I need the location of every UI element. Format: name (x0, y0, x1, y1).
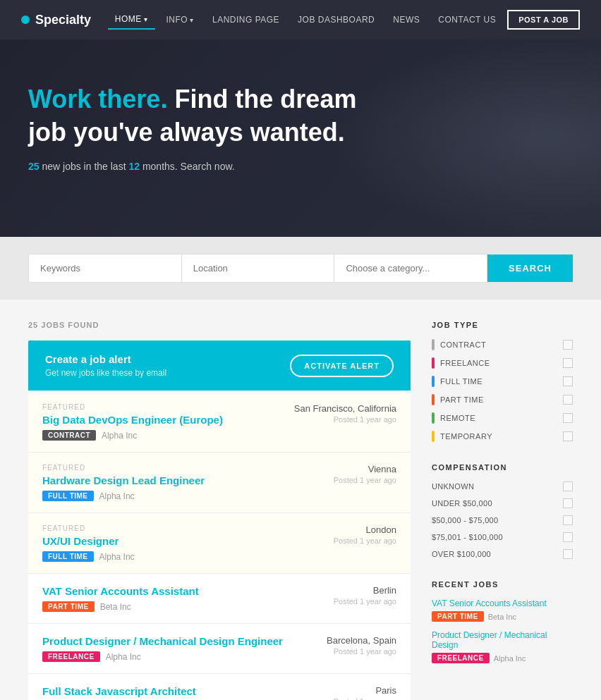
main-content: 25 JOBS FOUND Create a job alert Get new… (0, 300, 601, 700)
job-card: VAT Senior Accounts Assistant PART TIME … (28, 574, 411, 624)
comp-filter-item[interactable]: $50,000 - $75,000 (432, 515, 573, 525)
logo-text: Specialty (35, 13, 91, 27)
comp-checkbox[interactable] (563, 481, 573, 491)
hero-section: Work there. Find the dream job you've al… (0, 39, 601, 237)
comp-filter-item[interactable]: OVER $100,000 (432, 549, 573, 559)
job-location: Barcelona, Spain (327, 635, 396, 646)
category-input[interactable] (334, 254, 487, 283)
comp-filter-item[interactable]: UNKNOWN (432, 481, 573, 491)
job-type-filter-item[interactable]: CONTRACT (432, 339, 573, 350)
job-badge: PART TIME (42, 601, 95, 612)
job-location: San Francisco, California (294, 403, 396, 414)
filter-checkbox[interactable] (563, 413, 573, 423)
filter-checkbox[interactable] (563, 358, 573, 368)
nav-news[interactable]: NEWS (386, 11, 427, 29)
job-right: Berlin Posted 1 year ago (334, 585, 396, 606)
location-input[interactable] (181, 254, 334, 283)
job-company: Alpha Inc (99, 491, 135, 501)
logo-dot (21, 16, 30, 24)
comp-checkbox[interactable] (563, 532, 573, 542)
job-posted: Posted 1 year ago (334, 597, 396, 606)
activate-alert-button[interactable]: ACTIVATE ALERT (290, 355, 394, 377)
filter-checkbox[interactable] (563, 395, 573, 405)
keywords-input[interactable] (28, 254, 181, 283)
filter-left: TEMPORARY (432, 431, 492, 442)
comp-label: $50,000 - $75,000 (432, 516, 498, 524)
comp-filter-item[interactable]: $75,001 - $100,000 (432, 532, 573, 542)
compensation-section: COMPENSATION UNKNOWN UNDER $50,000 $50,0… (432, 463, 573, 559)
job-type-filter-item[interactable]: REMOTE (432, 412, 573, 424)
comp-checkbox[interactable] (563, 498, 573, 508)
jobs-found-label: 25 JOBS FOUND (28, 321, 411, 329)
job-meta: FULL TIME Alpha Inc (42, 551, 396, 562)
job-card: Product Designer / Mechanical Design Eng… (28, 624, 411, 674)
comp-filter-item[interactable]: UNDER $50,000 (432, 498, 573, 508)
filter-checkbox[interactable] (563, 376, 573, 386)
nav-jobdash[interactable]: JOB DASHBOARD (291, 11, 382, 29)
hero-num2: 12 (128, 161, 140, 172)
job-posted: Posted 1 year ago (334, 476, 396, 484)
comp-checkbox[interactable] (563, 549, 573, 559)
job-location: Berlin (334, 585, 396, 596)
job-company: Alpha Inc (99, 552, 135, 562)
filter-left: FREELANCE (432, 357, 490, 369)
filter-left: FULL TIME (432, 376, 482, 387)
search-button[interactable]: SEARCH (487, 254, 573, 282)
job-right: Vienna Posted 1 year ago (334, 464, 396, 484)
hero-post: months. Search now. (140, 161, 235, 172)
alert-title: Create a job alert (45, 353, 166, 365)
hero-num1: 25 (28, 161, 40, 172)
recent-job-title[interactable]: VAT Senior Accounts Assistant (432, 598, 573, 608)
recent-job-title[interactable]: Product Designer / Mechanical Design (432, 630, 573, 650)
job-title[interactable]: Big Data DevOps Engineer (Europe) (42, 414, 223, 426)
recent-job-meta: PART TIME Beta Inc (432, 611, 573, 622)
recent-job-item: Product Designer / Mechanical Design FRE… (432, 630, 573, 663)
filter-left: REMOTE (432, 412, 475, 424)
nav-landing[interactable]: LANDING PAGE (205, 11, 286, 29)
job-card: Full Stack Javascript Architect FREELANC… (28, 674, 411, 700)
job-type-filter-item[interactable]: FULL TIME (432, 376, 573, 387)
comp-label: OVER $100,000 (432, 550, 491, 558)
job-company: Beta Inc (100, 602, 131, 612)
nav-home[interactable]: HOME (108, 10, 155, 30)
logo[interactable]: Specialty (21, 13, 91, 27)
job-type-filter-item[interactable]: FREELANCE (432, 357, 573, 369)
job-location: Paris (334, 685, 396, 696)
job-location: London (334, 524, 396, 535)
job-type-filter-item[interactable]: TEMPORARY (432, 431, 573, 442)
job-title[interactable]: Hardware Design Lead Engineer (42, 474, 205, 486)
job-card: FEATURED Big Data DevOps Engineer (Europ… (28, 392, 411, 453)
job-title[interactable]: Full Stack Javascript Architect (42, 685, 196, 697)
job-card: FEATURED UX/UI Designer FULL TIME Alpha … (28, 513, 411, 574)
post-job-button[interactable]: POST A JOB (507, 10, 580, 30)
filter-label: FULL TIME (440, 377, 482, 386)
job-right: London Posted 1 year ago (334, 524, 396, 545)
filter-label: REMOTE (440, 414, 475, 422)
nav-contact[interactable]: CONTACT US (431, 11, 503, 29)
job-title[interactable]: UX/UI Designer (42, 535, 119, 547)
job-badge: FULL TIME (42, 551, 94, 562)
recent-job-item: VAT Senior Accounts Assistant PART TIME … (432, 598, 573, 622)
filter-label: FREELANCE (440, 359, 490, 367)
job-title[interactable]: VAT Senior Accounts Assistant (42, 585, 199, 597)
job-company: Alpha Inc (102, 431, 137, 441)
recent-job-meta: FREELANCE Alpha Inc (432, 653, 573, 663)
job-title[interactable]: Product Designer / Mechanical Design Eng… (42, 635, 283, 647)
job-right: Barcelona, Spain Posted 1 year ago (327, 635, 396, 656)
job-card: FEATURED Hardware Design Lead Engineer F… (28, 453, 411, 513)
nav-info[interactable]: INFO (159, 11, 201, 29)
hero-title: Work there. Find the dream job you've al… (28, 83, 367, 149)
comp-checkbox[interactable] (563, 515, 573, 525)
sidebar: JOB TYPE CONTRACT FREELANCE FULL TIME PA… (432, 321, 573, 700)
job-type-filter-item[interactable]: PART TIME (432, 394, 573, 405)
comp-filters: UNKNOWN UNDER $50,000 $50,000 - $75,000 … (432, 481, 573, 559)
hero-mid: new jobs in the last (40, 161, 129, 172)
alert-banner: Create a job alert Get new jobs like the… (28, 340, 411, 391)
job-listings: 25 JOBS FOUND Create a job alert Get new… (28, 321, 411, 700)
alert-subtitle: Get new jobs like these by email (45, 368, 166, 378)
filter-checkbox[interactable] (563, 340, 573, 350)
filter-checkbox[interactable] (563, 431, 573, 441)
job-location: Vienna (334, 464, 396, 474)
recent-company: Alpha Inc (494, 654, 526, 663)
filter-label: CONTRACT (440, 340, 486, 349)
